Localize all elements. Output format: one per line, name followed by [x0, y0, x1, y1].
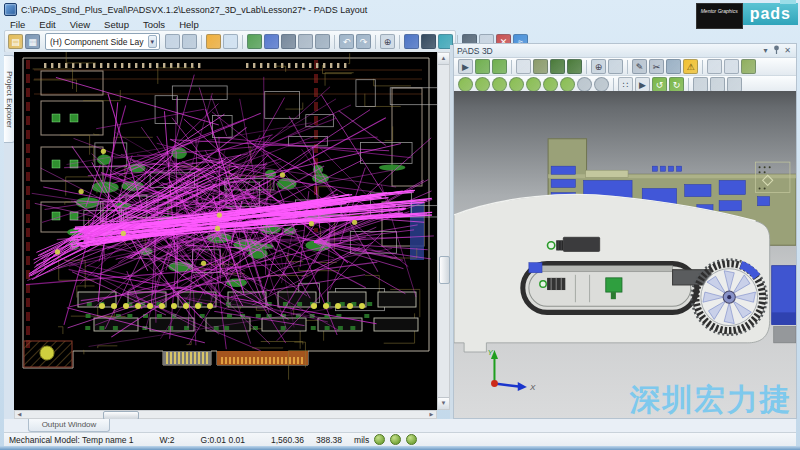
- status-led-1[interactable]: [374, 434, 385, 445]
- zoom-fit-icon[interactable]: [608, 59, 623, 74]
- archive-icon[interactable]: [223, 34, 238, 49]
- status-width: W:2: [160, 435, 175, 445]
- pads-layout-window: C:\PADS_Stnd_Plus_Eval\PADSVX.1.2\Lesson…: [0, 0, 800, 450]
- view-top-icon[interactable]: [458, 77, 473, 92]
- layer-mid-icon[interactable]: [710, 77, 725, 92]
- menu-item[interactable]: Setup: [98, 19, 135, 30]
- layer-up-icon[interactable]: [693, 77, 708, 92]
- scroll-right-icon[interactable]: ▶: [427, 411, 436, 418]
- undo-icon[interactable]: ↶: [339, 34, 354, 49]
- multi-view-icon[interactable]: ∷: [618, 77, 633, 92]
- pin-icon[interactable]: [771, 45, 782, 57]
- snap-icon[interactable]: [666, 59, 681, 74]
- export-model-icon[interactable]: [741, 59, 756, 74]
- window-title: C:\PADS_Stnd_Plus_Eval\PADSVX.1.2\Lesson…: [21, 5, 367, 15]
- status-led-2[interactable]: [390, 434, 401, 445]
- report-icon[interactable]: [707, 59, 722, 74]
- main-toolbar: ▤▦ (H) Component Side Lay ▾ ↶↷⊕✕≈: [4, 30, 456, 53]
- menu-item[interactable]: View: [64, 19, 96, 30]
- close-icon[interactable]: ✕: [782, 46, 793, 56]
- output-window-tab[interactable]: Output Window: [28, 419, 110, 432]
- layout-canvas[interactable]: [14, 52, 437, 410]
- track-3d[interactable]: [523, 263, 711, 313]
- title-bar[interactable]: C:\PADS_Stnd_Plus_Eval\PADSVX.1.2\Lesson…: [4, 2, 796, 17]
- panel-menu-icon[interactable]: ▾: [760, 46, 771, 56]
- status-message: Mechanical Model: Temp name 1: [9, 435, 134, 445]
- view-back-icon[interactable]: [509, 77, 524, 92]
- redraw-icon[interactable]: [182, 34, 197, 49]
- layer-down-icon[interactable]: [727, 77, 742, 92]
- output-tab-row: Output Window: [4, 419, 796, 432]
- menu-item[interactable]: Edit: [33, 19, 61, 30]
- layer-selector-combo[interactable]: (H) Component Side Lay ▾: [45, 33, 160, 50]
- eco-mode-icon[interactable]: [247, 34, 262, 49]
- vertical-scroll-thumb[interactable]: [439, 256, 450, 284]
- status-bar: Mechanical Model: Temp name 1 W:2 G:0.01…: [4, 432, 796, 446]
- status-y-coord: 388.38: [316, 435, 342, 445]
- design-grid-icon[interactable]: [264, 34, 279, 49]
- axis-x-label: X: [529, 383, 536, 392]
- toolbar-separator: [688, 78, 689, 92]
- board-image-icon[interactable]: [281, 34, 296, 49]
- copy-image-icon[interactable]: [724, 59, 739, 74]
- zoom-window-icon[interactable]: ⊕: [591, 59, 606, 74]
- toolbar-separator: [399, 35, 400, 49]
- library-icon[interactable]: [206, 34, 221, 49]
- filter-blue-icon[interactable]: [404, 34, 419, 49]
- measure-3d-icon[interactable]: ✎: [632, 59, 647, 74]
- menu-item[interactable]: Tools: [137, 19, 171, 30]
- toolbar-separator: [334, 35, 335, 49]
- board-view-icon[interactable]: [516, 59, 531, 74]
- pointer-3d-icon[interactable]: ▶: [635, 77, 650, 92]
- view-isometric-icon[interactable]: [560, 77, 575, 92]
- spin-right-icon[interactable]: ↻: [669, 77, 684, 92]
- move-icon[interactable]: [315, 34, 330, 49]
- zoom-icon[interactable]: ⊕: [380, 34, 395, 49]
- scroll-down-icon[interactable]: ▼: [438, 397, 449, 409]
- status-grid: G:0.01 0.01: [201, 435, 245, 445]
- menu-item[interactable]: Help: [173, 19, 205, 30]
- menu-item[interactable]: File: [4, 19, 31, 30]
- hide-enclosure-icon[interactable]: [567, 59, 582, 74]
- scroll-up-icon[interactable]: ▲: [438, 53, 449, 65]
- chevron-down-icon[interactable]: ▾: [148, 35, 158, 48]
- view-left-icon[interactable]: [526, 77, 541, 92]
- app-icon: [4, 3, 17, 16]
- toolbar-separator: [242, 35, 243, 49]
- vertical-scrollbar[interactable]: ▲ ▼: [437, 52, 450, 410]
- horizontal-scrollbar[interactable]: ◀ ▶: [14, 410, 437, 419]
- layout-canvas-wrap: [14, 52, 437, 410]
- redo-icon[interactable]: ↷: [356, 34, 371, 49]
- view-rotate-ccw-icon[interactable]: [577, 77, 592, 92]
- view-right-icon[interactable]: [543, 77, 558, 92]
- spin-left-icon[interactable]: ↺: [652, 77, 667, 92]
- status-units: mils: [354, 435, 369, 445]
- select-icon[interactable]: ▶: [458, 59, 473, 74]
- viewport-3d[interactable]: Y X 深圳宏力捷: [454, 91, 796, 418]
- pads-3d-titlebar[interactable]: PADS 3D ▾ ✕: [454, 44, 796, 58]
- board-3d-icon[interactable]: [533, 59, 548, 74]
- brand-logos: Mentor Graphics pads: [696, 3, 798, 29]
- measure-icon[interactable]: [298, 34, 313, 49]
- scroll-left-icon[interactable]: ◀: [15, 411, 24, 418]
- window-bottom-edge: [0, 446, 800, 450]
- view-rotate-cw-icon[interactable]: [594, 77, 609, 92]
- layer-selector-value: (H) Component Side Lay: [50, 37, 144, 47]
- save-icon[interactable]: ▦: [25, 34, 40, 49]
- left-dock-strip: Project Explorer: [4, 52, 14, 419]
- cut-plane-icon[interactable]: ✂: [649, 59, 664, 74]
- move-component-icon[interactable]: [475, 59, 490, 74]
- pads-logo: pads: [743, 3, 798, 25]
- open-icon[interactable]: ▤: [8, 34, 23, 49]
- view-front-icon[interactable]: [492, 77, 507, 92]
- print-preview-icon[interactable]: [165, 34, 180, 49]
- toolbar-separator: [201, 35, 202, 49]
- push-component-icon[interactable]: [492, 59, 507, 74]
- ddrc-warning-icon[interactable]: ⚠: [683, 59, 698, 74]
- show-enclosure-icon[interactable]: [550, 59, 565, 74]
- filter-dark-icon[interactable]: [421, 34, 436, 49]
- axis-y-label: Y: [487, 348, 493, 357]
- view-bottom-icon[interactable]: [475, 77, 490, 92]
- status-led-3[interactable]: [406, 434, 417, 445]
- pads-3d-title: PADS 3D: [457, 46, 760, 56]
